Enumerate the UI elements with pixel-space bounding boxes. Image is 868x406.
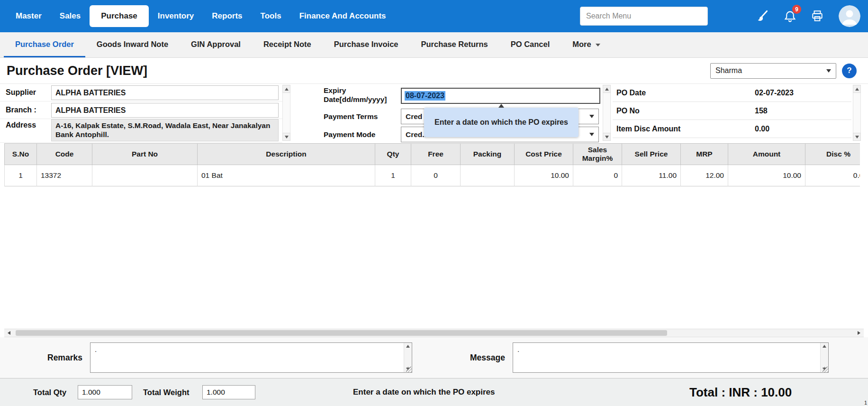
chevron-down-icon bbox=[589, 133, 594, 136]
payment-terms-label: Payment Terms bbox=[324, 112, 401, 121]
payment-terms-value: Cred bbox=[406, 112, 422, 121]
subnav-purchase-returns[interactable]: Purchase Returns bbox=[410, 32, 499, 57]
table-cell-qty[interactable]: 1 bbox=[375, 165, 411, 186]
resize-grip-icon[interactable] bbox=[406, 367, 412, 373]
table-cell-description[interactable]: 01 Bat bbox=[198, 165, 375, 186]
nav-item-finance-and-accounts[interactable]: Finance And Accounts bbox=[290, 5, 395, 28]
expiry-date-input[interactable]: 08-07-2023 bbox=[401, 88, 600, 104]
nav-item-sales[interactable]: Sales bbox=[51, 5, 90, 28]
nav-item-master[interactable]: Master bbox=[7, 5, 51, 28]
title-bar: Purchase Order [VIEW] Sharma ? bbox=[0, 58, 868, 83]
remarks-textarea[interactable]: . bbox=[90, 342, 412, 373]
subnav-goods-inward-note[interactable]: Goods Inward Note bbox=[85, 32, 180, 57]
table-cell-packing[interactable] bbox=[461, 165, 515, 186]
subnav-more-label: More bbox=[572, 40, 591, 49]
supplier-scrollbar[interactable] bbox=[282, 85, 290, 141]
search-input[interactable] bbox=[580, 7, 708, 26]
scroll-up-icon[interactable] bbox=[282, 85, 290, 93]
payment-scrollbar[interactable] bbox=[603, 85, 611, 141]
table-cell-code[interactable]: 13372 bbox=[37, 165, 92, 186]
resize-grip-icon[interactable] bbox=[823, 367, 829, 373]
column-header-mrp: MRP bbox=[681, 143, 728, 165]
supplier-label: Supplier bbox=[0, 88, 51, 97]
nav-item-purchase[interactable]: Purchase bbox=[90, 5, 149, 27]
notifications-bell-icon[interactable]: 9 bbox=[783, 9, 797, 23]
items-table: S.No Code Part No Description Qty Free P… bbox=[4, 143, 860, 186]
branch-selector-value: Sharma bbox=[715, 66, 742, 75]
message-textarea[interactable]: . bbox=[513, 342, 829, 373]
po-no-value: 158 bbox=[755, 107, 768, 115]
supplier-field[interactable]: ALPHA BATTERIES bbox=[51, 85, 279, 100]
nav-item-inventory[interactable]: Inventory bbox=[149, 5, 203, 28]
grand-total-text: Total : INR : 10.00 bbox=[689, 385, 792, 400]
column-header-free: Free bbox=[411, 143, 461, 165]
subnav-purchase-order[interactable]: Purchase Order bbox=[4, 32, 85, 57]
scroll-track[interactable] bbox=[853, 93, 861, 133]
table-cell-sell-price[interactable]: 11.00 bbox=[622, 165, 681, 186]
table-cell-disc[interactable]: 0.00 bbox=[805, 165, 860, 186]
table-cell-part-no[interactable] bbox=[92, 165, 198, 186]
column-header-part-no: Part No bbox=[92, 143, 198, 165]
user-avatar[interactable] bbox=[839, 5, 860, 27]
total-weight-input[interactable] bbox=[202, 385, 255, 399]
po-header-form: Supplier ALPHA BATTERIES Branch : ALPHA … bbox=[0, 83, 868, 142]
table-cell-cost-price[interactable]: 10.00 bbox=[515, 165, 573, 186]
nav-item-reports[interactable]: Reports bbox=[203, 5, 251, 28]
column-header-cost-price: Cost Price bbox=[515, 143, 573, 165]
po-date-label: PO Date bbox=[613, 89, 755, 97]
scroll-track[interactable] bbox=[282, 93, 290, 133]
item-disc-amount-label: Item Disc Amount bbox=[613, 125, 755, 133]
address-field[interactable]: A-16, Kalpak Estate, S.M.Road, Wadala Ea… bbox=[51, 119, 279, 141]
scroll-up-icon[interactable] bbox=[853, 85, 861, 93]
scroll-track[interactable] bbox=[603, 93, 611, 133]
spinner-up-icon[interactable] bbox=[823, 345, 826, 348]
scroll-up-icon[interactable] bbox=[603, 85, 611, 93]
branch-field[interactable]: ALPHA BATTERIES bbox=[51, 103, 279, 118]
horizontal-scroll-thumb[interactable] bbox=[16, 330, 667, 336]
column-header-code: Code bbox=[37, 143, 92, 165]
theme-brush-icon[interactable] bbox=[755, 9, 769, 23]
table-cell-free[interactable]: 0 bbox=[411, 165, 461, 186]
chevron-down-icon bbox=[826, 69, 831, 73]
table-cell-amount[interactable]: 10.00 bbox=[728, 165, 805, 186]
app-window: Master Sales Purchase Inventory Reports … bbox=[0, 0, 868, 406]
subnav-more[interactable]: More bbox=[561, 32, 611, 57]
nav-item-tools[interactable]: Tools bbox=[252, 5, 290, 28]
po-date-value: 02-07-2023 bbox=[755, 89, 794, 97]
scroll-down-icon[interactable] bbox=[603, 133, 611, 141]
horizontal-scrollbar[interactable] bbox=[4, 329, 864, 337]
supplier-group: Supplier ALPHA BATTERIES Branch : ALPHA … bbox=[0, 84, 282, 143]
scroll-right-icon[interactable] bbox=[854, 329, 864, 337]
main-menu: Master Sales Purchase Inventory Reports … bbox=[7, 5, 395, 28]
po-no-label: PO No bbox=[613, 107, 755, 115]
column-header-disc: Disc % bbox=[805, 143, 860, 165]
help-button[interactable]: ? bbox=[842, 64, 857, 78]
po-info-scrollbar[interactable] bbox=[853, 85, 861, 141]
subnav-receipt-note[interactable]: Receipt Note bbox=[252, 32, 323, 57]
scroll-down-icon[interactable] bbox=[853, 133, 861, 141]
subnav-gin-approval[interactable]: GIN Approval bbox=[180, 32, 252, 57]
scroll-down-icon[interactable] bbox=[282, 133, 290, 141]
payment-mode-value: Cred.. bbox=[406, 130, 426, 139]
print-icon[interactable] bbox=[810, 9, 824, 23]
table-cell-mrp[interactable]: 12.00 bbox=[681, 165, 728, 186]
branch-selector-dropdown[interactable]: Sharma bbox=[710, 63, 836, 79]
scroll-left-icon[interactable] bbox=[4, 329, 14, 337]
remarks-label: Remarks bbox=[47, 353, 82, 363]
subnav-purchase-invoice[interactable]: Purchase Invoice bbox=[323, 32, 410, 57]
payment-mode-label: Payment Mode bbox=[324, 130, 401, 139]
po-info-group: PO Date 02-07-2023 PO No 158 Item Disc A… bbox=[613, 84, 851, 138]
expiry-date-selected-text: 08-07-2023 bbox=[405, 91, 445, 101]
table-cell-sales-margin[interactable]: 0 bbox=[573, 165, 622, 186]
total-qty-input[interactable] bbox=[78, 385, 132, 399]
item-disc-amount-value: 0.00 bbox=[755, 125, 769, 133]
spinner-up-icon[interactable] bbox=[406, 345, 410, 348]
subnav-po-cancel[interactable]: PO Cancel bbox=[499, 32, 561, 57]
expiry-date-label: Expiry Date[dd/mm/yyyy] bbox=[324, 86, 401, 104]
remarks-text: . bbox=[95, 345, 97, 353]
column-header-packing: Packing bbox=[461, 143, 515, 165]
title-bar-right: Sharma ? bbox=[710, 63, 857, 79]
notes-section: Remarks . Message . bbox=[0, 337, 868, 378]
table-cell-sno[interactable]: 1 bbox=[4, 165, 37, 186]
status-bar: Total Qty Total Weight Enter a date on w… bbox=[0, 378, 868, 406]
